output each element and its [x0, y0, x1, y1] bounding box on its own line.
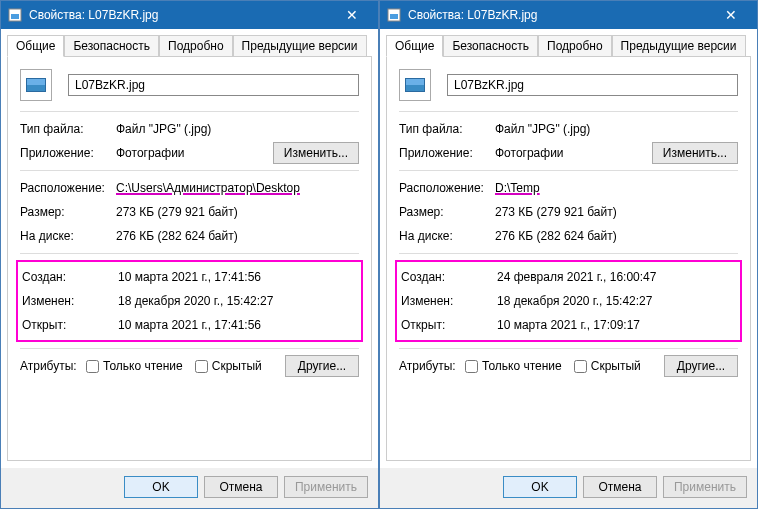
apply-button[interactable]: Применить [663, 476, 747, 498]
label-created: Создан: [401, 270, 497, 284]
window-title: Свойства: L07BzKR.jpg [408, 8, 711, 22]
label-size: Размер: [20, 205, 116, 219]
tab-security[interactable]: Безопасность [443, 35, 538, 57]
checkbox-readonly-label: Только чтение [482, 359, 562, 373]
tab-general[interactable]: Общие [386, 35, 443, 57]
label-size: Размер: [399, 205, 495, 219]
value-on-disk: 276 КБ (282 624 байт) [116, 229, 359, 243]
cancel-button[interactable]: Отмена [583, 476, 657, 498]
value-location: D:\Temp [495, 181, 738, 195]
tab-details[interactable]: Подробно [538, 35, 612, 57]
change-app-button[interactable]: Изменить... [273, 142, 359, 164]
value-on-disk: 276 КБ (282 624 байт) [495, 229, 738, 243]
checkbox-hidden[interactable]: Скрытый [574, 359, 641, 373]
checkbox-hidden-input[interactable] [574, 360, 587, 373]
label-created: Создан: [22, 270, 118, 284]
label-accessed: Открыт: [22, 318, 118, 332]
checkbox-hidden-label: Скрытый [212, 359, 262, 373]
label-file-type: Тип файла: [20, 122, 116, 136]
ok-button[interactable]: OK [503, 476, 577, 498]
properties-dialog-left: Свойства: L07BzKR.jpg ✕ Общие Безопаснос… [0, 0, 379, 509]
label-attributes: Атрибуты: [399, 359, 465, 373]
value-app: Фотографии [116, 146, 273, 160]
highlighted-dates-box: Создан:24 февраля 2021 г., 16:00:47 Изме… [395, 260, 742, 342]
highlighted-dates-box: Создан:10 марта 2021 г., 17:41:56 Измене… [16, 260, 363, 342]
label-modified: Изменен: [401, 294, 497, 308]
label-app: Приложение: [399, 146, 495, 160]
checkbox-hidden[interactable]: Скрытый [195, 359, 262, 373]
value-created: 24 февраля 2021 г., 16:00:47 [497, 270, 736, 284]
checkbox-readonly[interactable]: Только чтение [465, 359, 562, 373]
tab-general[interactable]: Общие [7, 35, 64, 57]
value-accessed: 10 марта 2021 г., 17:41:56 [118, 318, 357, 332]
value-accessed: 10 марта 2021 г., 17:09:17 [497, 318, 736, 332]
label-location: Расположение: [20, 181, 116, 195]
tab-panel-general: Тип файла:Файл "JPG" (.jpg) Приложение:Ф… [386, 56, 751, 461]
close-icon[interactable]: ✕ [711, 7, 751, 23]
checkbox-readonly-input[interactable] [86, 360, 99, 373]
tab-previous-versions[interactable]: Предыдущие версии [233, 35, 367, 57]
label-file-type: Тип файла: [399, 122, 495, 136]
tab-row: Общие Безопасность Подробно Предыдущие в… [380, 29, 757, 57]
checkbox-hidden-label: Скрытый [591, 359, 641, 373]
file-type-icon [20, 69, 52, 101]
tab-security[interactable]: Безопасность [64, 35, 159, 57]
value-size: 273 КБ (279 921 байт) [116, 205, 359, 219]
ok-button[interactable]: OK [124, 476, 198, 498]
window-title: Свойства: L07BzKR.jpg [29, 8, 332, 22]
close-icon[interactable]: ✕ [332, 7, 372, 23]
change-app-button[interactable]: Изменить... [652, 142, 738, 164]
checkbox-readonly-input[interactable] [465, 360, 478, 373]
image-file-icon [386, 7, 402, 23]
value-created: 10 марта 2021 г., 17:41:56 [118, 270, 357, 284]
checkbox-readonly-label: Только чтение [103, 359, 183, 373]
filename-input[interactable] [68, 74, 359, 96]
label-attributes: Атрибуты: [20, 359, 86, 373]
titlebar[interactable]: Свойства: L07BzKR.jpg ✕ [380, 1, 757, 29]
tab-previous-versions[interactable]: Предыдущие версии [612, 35, 746, 57]
value-location: C:\Users\Администратор\Desktop [116, 181, 359, 195]
value-size: 273 КБ (279 921 байт) [495, 205, 738, 219]
other-attributes-button[interactable]: Другие... [664, 355, 738, 377]
tab-panel-general: Тип файла:Файл "JPG" (.jpg) Приложение:Ф… [7, 56, 372, 461]
label-location: Расположение: [399, 181, 495, 195]
file-type-icon [399, 69, 431, 101]
value-file-type: Файл "JPG" (.jpg) [495, 122, 738, 136]
checkbox-hidden-input[interactable] [195, 360, 208, 373]
value-app: Фотографии [495, 146, 652, 160]
dialog-footer: OK Отмена Применить [380, 468, 757, 508]
properties-dialog-right: Свойства: L07BzKR.jpg ✕ Общие Безопаснос… [379, 0, 758, 509]
other-attributes-button[interactable]: Другие... [285, 355, 359, 377]
filename-input[interactable] [447, 74, 738, 96]
value-file-type: Файл "JPG" (.jpg) [116, 122, 359, 136]
value-modified: 18 декабря 2020 г., 15:42:27 [118, 294, 357, 308]
dialog-footer: OK Отмена Применить [1, 468, 378, 508]
cancel-button[interactable]: Отмена [204, 476, 278, 498]
svg-rect-1 [11, 14, 19, 19]
apply-button[interactable]: Применить [284, 476, 368, 498]
image-file-icon [7, 7, 23, 23]
checkbox-readonly[interactable]: Только чтение [86, 359, 183, 373]
value-modified: 18 декабря 2020 г., 15:42:27 [497, 294, 736, 308]
label-modified: Изменен: [22, 294, 118, 308]
label-on-disk: На диске: [20, 229, 116, 243]
label-app: Приложение: [20, 146, 116, 160]
titlebar[interactable]: Свойства: L07BzKR.jpg ✕ [1, 1, 378, 29]
svg-rect-3 [390, 14, 398, 19]
tab-row: Общие Безопасность Подробно Предыдущие в… [1, 29, 378, 57]
tab-details[interactable]: Подробно [159, 35, 233, 57]
label-accessed: Открыт: [401, 318, 497, 332]
label-on-disk: На диске: [399, 229, 495, 243]
